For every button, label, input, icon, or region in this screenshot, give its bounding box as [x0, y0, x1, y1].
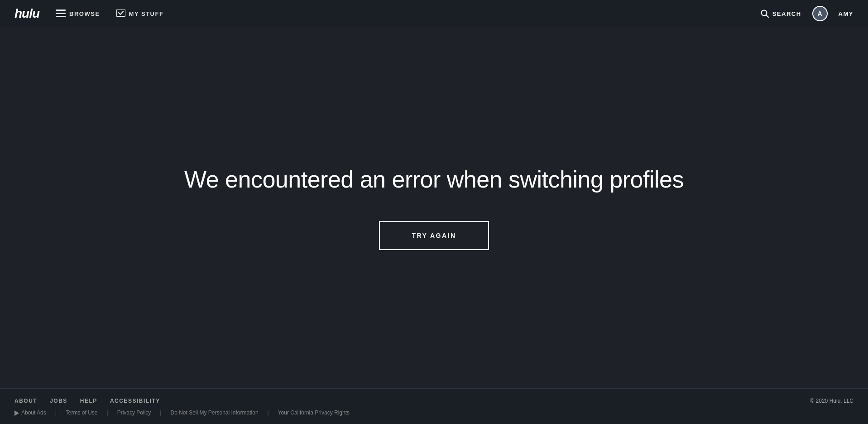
svg-rect-3 — [116, 10, 125, 16]
nav-browse-label: BROWSE — [69, 10, 100, 17]
footer-link-privacy-policy[interactable]: Privacy Policy — [117, 410, 151, 416]
svg-rect-2 — [56, 16, 66, 17]
footer-link-do-not-sell[interactable]: Do Not Sell My Personal Information — [170, 410, 258, 416]
search-button[interactable]: SEARCH — [761, 10, 801, 18]
header-left: hulu BROWSE MY STUFF — [14, 6, 163, 21]
footer-bottom: About Ads | Terms of Use | Privacy Polic… — [14, 410, 854, 416]
svg-line-5 — [766, 15, 768, 17]
footer: ABOUT JOBS HELP ACCESSIBILITY © 2020 Hul… — [0, 388, 868, 424]
footer-divider-4: | — [268, 410, 269, 416]
footer-nav-accessibility[interactable]: ACCESSIBILITY — [110, 398, 160, 404]
header: hulu BROWSE MY STUFF — [0, 0, 868, 27]
footer-link-about-ads[interactable]: About Ads — [14, 410, 46, 416]
footer-divider-3: | — [160, 410, 161, 416]
nav-my-stuff[interactable]: MY STUFF — [116, 10, 164, 18]
search-icon — [761, 10, 769, 18]
my-stuff-icon — [116, 10, 125, 18]
footer-link-terms[interactable]: Terms of Use — [66, 410, 98, 416]
search-label: SEARCH — [772, 10, 801, 17]
footer-copyright: © 2020 Hulu, LLC — [810, 398, 854, 404]
footer-link-california[interactable]: Your California Privacy Rights — [278, 410, 350, 416]
avatar-initial: A — [818, 10, 822, 17]
svg-rect-0 — [56, 10, 66, 11]
main-content: We encountered an error when switching p… — [0, 27, 868, 388]
footer-nav-jobs[interactable]: JOBS — [50, 398, 67, 404]
footer-nav-about[interactable]: ABOUT — [14, 398, 37, 404]
user-name[interactable]: AMY — [839, 10, 854, 17]
play-icon — [14, 410, 19, 416]
footer-divider-2: | — [107, 410, 108, 416]
avatar[interactable]: A — [812, 6, 828, 21]
footer-top: ABOUT JOBS HELP ACCESSIBILITY © 2020 Hul… — [14, 398, 854, 404]
footer-nav-help[interactable]: HELP — [80, 398, 97, 404]
footer-divider-1: | — [55, 410, 57, 416]
header-right: SEARCH A AMY — [761, 6, 854, 21]
error-message: We encountered an error when switching p… — [184, 165, 684, 193]
hulu-logo[interactable]: hulu — [14, 6, 39, 21]
try-again-button[interactable]: TRY AGAIN — [379, 221, 489, 250]
nav-my-stuff-label: MY STUFF — [129, 10, 164, 17]
svg-rect-1 — [56, 13, 66, 14]
browse-icon — [56, 10, 66, 18]
svg-marker-6 — [14, 410, 19, 416]
nav-browse[interactable]: BROWSE — [56, 10, 100, 18]
footer-nav: ABOUT JOBS HELP ACCESSIBILITY — [14, 398, 160, 404]
